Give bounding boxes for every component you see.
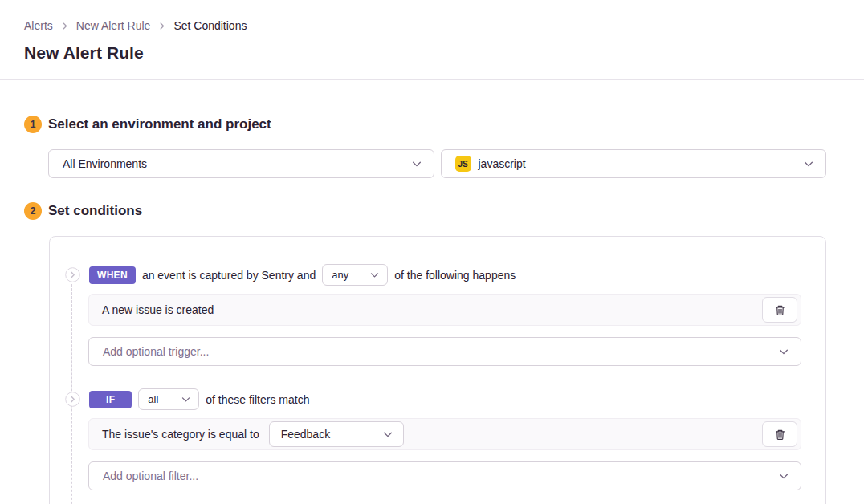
conditions-section-title: Set conditions xyxy=(48,203,142,219)
chevron-down-icon xyxy=(803,158,814,169)
trigger-row: A new issue is created xyxy=(88,294,801,326)
filter-row-content: The issue's category is equal to Feedbac… xyxy=(102,421,404,447)
step-number-badge: 1 xyxy=(24,116,42,133)
circle-chevron-icon xyxy=(65,267,80,282)
project-select[interactable]: JS javascript xyxy=(441,149,827,178)
trigger-row-label: A new issue is created xyxy=(102,303,214,316)
section-conditions: 2 Set conditions WHEN an event is captur… xyxy=(24,202,826,504)
environment-select-value: All Environments xyxy=(63,157,147,170)
project-select-value: javascript xyxy=(479,157,526,170)
chevron-down-icon xyxy=(778,470,789,482)
page-header: Alerts New Alert Rule Set Conditions New… xyxy=(0,0,864,80)
if-match-select-value: all xyxy=(148,393,158,405)
trash-icon xyxy=(774,304,786,316)
chevron-down-icon xyxy=(382,429,393,440)
delete-filter-button[interactable] xyxy=(762,421,797,447)
chevron-right-icon xyxy=(157,22,166,30)
add-trigger-select[interactable]: Add optional trigger... xyxy=(88,337,801,366)
breadcrumb: Alerts New Alert Rule Set Conditions xyxy=(24,19,840,32)
when-text-before: an event is captured by Sentry and xyxy=(142,269,316,282)
breadcrumb-new-alert-rule[interactable]: New Alert Rule xyxy=(76,19,151,32)
page-title: New Alert Rule xyxy=(24,43,840,63)
conditions-section-heading: 2 Set conditions xyxy=(24,202,826,220)
environment-section-heading: 1 Select an environment and project xyxy=(24,116,826,133)
chevron-down-icon xyxy=(411,158,422,169)
chevron-down-icon xyxy=(181,394,191,404)
if-text-after: of these filters match xyxy=(206,393,309,406)
environment-section-title: Select an environment and project xyxy=(48,116,271,132)
conditions-panel: WHEN an event is captured by Sentry and … xyxy=(49,236,826,504)
environment-project-row: All Environments JS javascript xyxy=(48,149,826,178)
circle-chevron-icon xyxy=(65,392,80,407)
chevron-down-icon xyxy=(369,270,380,280)
when-match-select-value: any xyxy=(332,269,348,281)
add-filter-select[interactable]: Add optional filter... xyxy=(88,461,801,490)
add-filter-placeholder: Add optional filter... xyxy=(103,469,198,482)
filter-value-select-value: Feedback xyxy=(281,428,330,441)
if-step-header: IF all of these filters match xyxy=(65,388,801,410)
content: 1 Select an environment and project All … xyxy=(0,116,864,504)
filter-row: The issue's category is equal to Feedbac… xyxy=(88,418,801,450)
chevron-right-icon xyxy=(60,22,69,30)
if-badge: IF xyxy=(89,391,132,408)
breadcrumb-set-conditions: Set Conditions xyxy=(173,19,247,32)
javascript-platform-icon: JS xyxy=(455,156,471,172)
trash-icon xyxy=(774,429,786,441)
step-number-badge: 2 xyxy=(24,202,42,220)
filter-value-select[interactable]: Feedback xyxy=(269,421,404,447)
environment-select[interactable]: All Environments xyxy=(48,149,434,178)
breadcrumb-alerts[interactable]: Alerts xyxy=(24,19,53,32)
project-select-content: JS javascript xyxy=(455,156,526,172)
when-badge: WHEN xyxy=(89,266,136,284)
when-step-header: WHEN an event is captured by Sentry and … xyxy=(65,264,801,286)
filter-row-label: The issue's category is equal to xyxy=(102,428,259,441)
delete-trigger-button[interactable] xyxy=(762,297,797,323)
add-trigger-placeholder: Add optional trigger... xyxy=(103,345,209,358)
section-environment: 1 Select an environment and project All … xyxy=(24,116,826,178)
when-text-after: of the following happens xyxy=(394,269,516,282)
chevron-down-icon xyxy=(778,346,789,357)
if-match-select[interactable]: all xyxy=(138,388,199,410)
when-match-select[interactable]: any xyxy=(322,264,388,286)
